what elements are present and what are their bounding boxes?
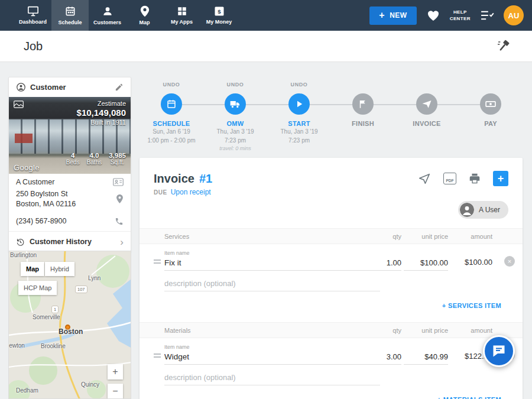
stat-value: 4 (66, 152, 80, 159)
customer-address: 250 Boylston St Boston, MA 02116 (16, 189, 116, 209)
plus-icon: + (498, 173, 504, 185)
invoice-card: Invoice #1 PDF + DUE Upon receipt A User… (140, 158, 523, 399)
heart-referral-icon[interactable] (426, 9, 440, 22)
photo-detail (15, 134, 33, 143)
step-invoice: INVOICE (395, 82, 459, 151)
step-label: PAY (484, 120, 497, 127)
user-avatar-icon (460, 203, 474, 217)
calendar-icon (64, 5, 76, 17)
stat-value: 3,985 (109, 152, 126, 159)
step-schedule: UNDO SCHEDULE Sun, Jan 6 '19 1:00 pm - 2… (140, 82, 203, 151)
due-terms-link[interactable]: Upon receipt (171, 188, 211, 196)
material-unit-price-input[interactable] (404, 350, 448, 365)
zoom-in-button[interactable]: + (108, 364, 123, 379)
section-title: Services (164, 233, 369, 240)
nav-right-cluster: + NEW HELP CENTER AU (369, 0, 532, 31)
add-services-item-link[interactable]: + SERVICES ITEM (140, 291, 523, 313)
address-line1: 250 Boylston St (16, 189, 116, 199)
invoice-actions: PDF + (417, 171, 508, 186)
unit-price-cell (404, 350, 448, 365)
services-section-header: Services qty unit price amount (140, 228, 523, 244)
unit-price-cell (404, 256, 448, 271)
nav-item-customers[interactable]: Customers (89, 0, 126, 31)
add-materials-item-link[interactable]: + MATERIALS ITEM (140, 385, 523, 399)
nav-label: My Apps (171, 19, 193, 25)
undo-omw-button[interactable]: UNDO (227, 82, 244, 89)
phone-icon[interactable] (115, 217, 124, 226)
add-invoice-item-button[interactable]: + (493, 171, 508, 186)
pdf-icon[interactable]: PDF (443, 173, 456, 184)
customer-history-row[interactable]: Customer History › (9, 232, 131, 252)
map-label-boston: Boston (59, 327, 83, 336)
customer-phone-row: (234) 567-8900 (9, 213, 131, 232)
contact-card-icon[interactable] (113, 178, 124, 186)
flag-icon (358, 99, 368, 109)
schedule-step-button[interactable] (161, 93, 182, 115)
nav-item-dashboard[interactable]: Dashboard (14, 0, 51, 31)
item-name-label: Item name (164, 250, 369, 256)
print-icon[interactable] (468, 172, 481, 185)
step-label: OMW (226, 120, 244, 127)
invoice-due-row: DUE Upon receipt (154, 188, 508, 196)
nav-item-map[interactable]: Map (126, 0, 163, 31)
map-type-button-hybrid[interactable]: Hybrid (45, 262, 74, 276)
edit-pencil-icon[interactable] (115, 83, 124, 92)
zoom-out-button[interactable]: − (108, 384, 123, 399)
service-description-input[interactable] (164, 277, 380, 291)
remove-item-button[interactable]: × (504, 256, 515, 267)
undo-start-button[interactable]: UNDO (291, 82, 308, 89)
finish-step-button[interactable] (352, 93, 374, 115)
nav-item-my-apps[interactable]: My Apps (163, 0, 200, 31)
step-pay: PAY (459, 82, 523, 151)
customers-icon (102, 5, 113, 17)
stat-label: Baths (87, 159, 102, 166)
service-qty-input[interactable] (369, 256, 401, 271)
material-item-name-input[interactable] (164, 350, 369, 365)
remove-cell: × (497, 256, 523, 271)
new-button[interactable]: + NEW (369, 7, 416, 25)
stat-baths: 4.0 Baths (87, 152, 102, 166)
nav-item-my-money[interactable]: $ My Money (200, 0, 238, 31)
omw-step-button[interactable] (225, 93, 246, 115)
customer-name: A Customer (16, 178, 113, 186)
assigned-user-pill[interactable]: A User (458, 201, 508, 219)
help-center-link[interactable]: HELP CENTER (450, 9, 471, 22)
map-label-newton: Newton (8, 342, 25, 349)
col-qty: qty (369, 233, 401, 240)
chat-bubble-button[interactable] (483, 335, 515, 367)
top-nav: Dashboard Schedule Customers Map My Apps… (0, 0, 532, 31)
send-invoice-icon[interactable] (417, 172, 432, 185)
material-qty-input[interactable] (369, 350, 401, 365)
map-type-button-hcp[interactable]: HCP Map (18, 281, 57, 295)
step-time: 7:23 pm (288, 137, 310, 145)
map-card: Burlington Lynn 107 1 Somerville Boston … (8, 251, 131, 399)
map-label-burlington: Burlington (10, 252, 37, 258)
customer-card: Customer Zestimate $10,149,080 Built in … (8, 77, 131, 253)
google-watermark: Google (14, 163, 40, 172)
task-list-icon[interactable] (480, 10, 494, 21)
drag-handle-icon[interactable] (154, 352, 161, 359)
invoice-number: #1 (199, 172, 212, 186)
page-title: Job (24, 40, 43, 53)
service-unit-price-input[interactable] (404, 256, 448, 271)
undo-schedule-button[interactable]: UNDO (163, 82, 180, 89)
location-pin-icon[interactable] (116, 194, 124, 204)
invoice-step-button[interactable] (416, 93, 437, 115)
step-start: UNDO START Thu, Jan 3 '19 7:23 pm (267, 82, 331, 151)
property-stats: 4 Beds 4.0 Baths 3,985 Sq.ft. (66, 152, 126, 166)
job-tools-icon[interactable] (497, 38, 512, 54)
nav-label: My Money (206, 19, 232, 25)
route-shield-107: 107 (75, 286, 87, 293)
map-type-button-map[interactable]: Map (21, 262, 44, 276)
nav-item-schedule[interactable]: Schedule (51, 0, 89, 31)
item-name-label: Item name (164, 344, 369, 350)
start-step-button[interactable] (288, 93, 310, 115)
material-description-input[interactable] (164, 371, 380, 385)
drag-handle-icon[interactable] (154, 258, 161, 265)
material-item-row: Item name $122.97 × (140, 338, 523, 365)
pay-step-button[interactable] (480, 93, 501, 115)
col-amount: amount (454, 327, 492, 334)
service-item-name-input[interactable] (164, 256, 369, 271)
user-avatar[interactable]: AU (504, 5, 524, 25)
material-description-row (164, 371, 380, 385)
